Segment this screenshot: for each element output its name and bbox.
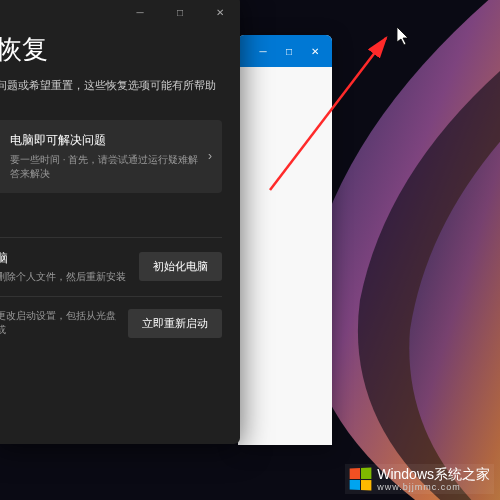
restart-subtitle: 更改启动设置，包括从光盘或: [0, 309, 118, 337]
advanced-startup-row: 更改启动设置，包括从光盘或 立即重新启动: [0, 296, 222, 350]
page-title: 恢复: [0, 32, 222, 67]
reset-title: 脑: [0, 250, 129, 267]
watermark-suffix: 系统之家: [434, 466, 490, 482]
fix-card-title: 电脑即可解决问题: [10, 132, 208, 149]
watermark-brand: Windows: [377, 466, 434, 482]
close-button[interactable]: ✕: [200, 0, 240, 28]
bg-close-button[interactable]: ✕: [302, 40, 328, 62]
settings-content: 恢复 问题或希望重置，这些恢复选项可能有所帮助 电脑即可解决问题 要一些时间 ·…: [0, 32, 240, 350]
fix-card-subtitle: 要一些时间 · 首先，请尝试通过运行疑难解答来解决: [10, 153, 208, 181]
settings-recovery-window[interactable]: ─ □ ✕ 恢复 问题或希望重置，这些恢复选项可能有所帮助 电脑即可解决问题 要…: [0, 0, 240, 444]
watermark: Windows系统之家 www.bjjmmc.com: [345, 464, 494, 494]
reset-pc-button[interactable]: 初始化电脑: [139, 252, 222, 281]
chevron-right-icon: ›: [208, 149, 212, 163]
maximize-button[interactable]: □: [160, 0, 200, 28]
page-subtitle: 问题或希望重置，这些恢复选项可能有所帮助: [0, 77, 222, 94]
background-window-titlebar[interactable]: ─ □ ✕: [238, 35, 332, 67]
bg-minimize-button[interactable]: ─: [250, 40, 276, 62]
watermark-text: Windows系统之家 www.bjjmmc.com: [377, 466, 490, 492]
settings-titlebar[interactable]: ─ □ ✕: [0, 0, 240, 28]
background-window[interactable]: ─ □ ✕: [238, 35, 332, 445]
bg-maximize-button[interactable]: □: [276, 40, 302, 62]
minimize-button[interactable]: ─: [120, 0, 160, 28]
restart-now-button[interactable]: 立即重新启动: [128, 309, 222, 338]
reset-subtitle: 删除个人文件，然后重新安装: [0, 270, 129, 284]
windows-logo-icon: [350, 467, 372, 490]
reset-pc-row: 脑 删除个人文件，然后重新安装 初始化电脑: [0, 237, 222, 296]
watermark-url: www.bjjmmc.com: [377, 482, 490, 492]
fix-problems-card[interactable]: 电脑即可解决问题 要一些时间 · 首先，请尝试通过运行疑难解答来解决 ›: [0, 120, 222, 193]
